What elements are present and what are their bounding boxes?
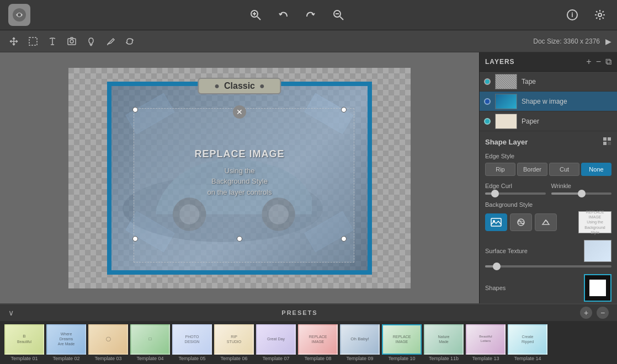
- layer-name-shape: Shape w image: [522, 98, 613, 105]
- edge-curl-thumb[interactable]: [491, 190, 499, 197]
- preset-item-12[interactable]: BeautifulLetters Template 13: [466, 324, 506, 361]
- presets-scroll[interactable]: BBeautiful Template 01 WhereDreamsAre Ma…: [0, 321, 617, 364]
- redo-button[interactable]: [302, 6, 320, 24]
- presets-collapse-button[interactable]: ∨: [8, 308, 14, 317]
- layer-thumb-shape: [495, 94, 517, 109]
- preset-item-3[interactable]: ◯ Template 03: [88, 324, 128, 361]
- edge-cut-button[interactable]: Cut: [549, 163, 579, 176]
- layer-tape[interactable]: Tape: [480, 72, 617, 92]
- preset-item-9[interactable]: Oh Baby! Template 09: [340, 324, 380, 361]
- surface-texture-section: Surface Texture: [485, 240, 611, 267]
- shapes-section: Shapes: [485, 274, 611, 302]
- panel-expand[interactable]: ▶: [605, 37, 611, 46]
- layer-visibility-tape[interactable]: [484, 78, 491, 85]
- pen-tool[interactable]: [102, 33, 119, 50]
- remove-preset-button[interactable]: −: [597, 307, 609, 319]
- canvas-content[interactable]: Classic: [102, 76, 377, 280]
- zoom-out-button[interactable]: [329, 6, 347, 24]
- text-tool[interactable]: [44, 33, 61, 50]
- preset-thumb-13: CreateRipped: [508, 324, 547, 355]
- wrinkle-thumb[interactable]: [578, 190, 586, 197]
- edge-curl-group: Edge Curl: [485, 183, 546, 195]
- handle-bottom-right[interactable]: [341, 236, 347, 242]
- preset-thumb-8: REPLACEIMAGE: [298, 324, 338, 355]
- layers-actions: + − ⧉: [586, 57, 611, 67]
- edge-none-button[interactable]: None: [581, 163, 611, 176]
- bg-solid-button[interactable]: [535, 213, 557, 231]
- preset-item-4[interactable]: □ Template 04: [130, 324, 170, 361]
- select-tool[interactable]: [25, 33, 41, 50]
- handle-top-right[interactable]: [341, 107, 347, 113]
- doc-size: Doc Size: 3360 x 2376: [533, 38, 600, 45]
- preset-item-10[interactable]: REPLACEIMAGE Template 10: [382, 324, 422, 361]
- handle-bottom-left[interactable]: [132, 236, 138, 242]
- photo-tool[interactable]: [63, 33, 80, 50]
- replace-main-text: REPLACE IMAGE: [194, 148, 284, 160]
- info-button[interactable]: i: [563, 6, 581, 24]
- toolbar-left: [8, 4, 30, 26]
- shape-layer-icon[interactable]: [603, 137, 611, 147]
- preset-item-1[interactable]: BBeautiful Template 01: [4, 324, 44, 361]
- preset-label-7: Template 07: [262, 356, 289, 361]
- surface-texture-slider[interactable]: [485, 265, 611, 267]
- surface-texture-thumb[interactable]: [493, 263, 501, 270]
- background-style-label: Background Style: [485, 201, 611, 208]
- preset-label-12: Template 13: [472, 356, 499, 361]
- preset-thumb-12: BeautifulLetters: [466, 324, 506, 355]
- sub-toolbar: Doc Size: 3360 x 2376 ▶: [0, 30, 617, 52]
- layer-shape[interactable]: Shape w image: [480, 92, 617, 111]
- edge-border-button[interactable]: Border: [517, 163, 547, 176]
- svg-text:i: i: [571, 11, 573, 19]
- lightbulb-tool[interactable]: [83, 33, 99, 50]
- toolbar-right: i: [563, 6, 609, 24]
- presets-panel: ∨ PRESETS + − BBeautiful Template 01 Whe…: [0, 303, 617, 364]
- preset-thumb-4: □: [130, 324, 170, 355]
- settings-button[interactable]: [591, 6, 609, 24]
- preset-thumb-10: REPLACEIMAGE: [382, 324, 422, 355]
- presets-title: PRESETS: [19, 309, 580, 316]
- preset-item-6[interactable]: RIP STUDIO Template 06: [214, 324, 254, 361]
- shapes-preview[interactable]: [584, 274, 611, 302]
- shape-layer-title: Shape Layer: [485, 138, 528, 146]
- bg-pattern-button[interactable]: [510, 213, 532, 231]
- handle-bottom-mid[interactable]: [237, 236, 242, 242]
- layer-visibility-shape[interactable]: [484, 98, 491, 105]
- layer-name-tape: Tape: [522, 78, 613, 85]
- bg-image-button[interactable]: [485, 213, 507, 231]
- bg-preview: REPLACE IMAGEUsing theBackground Style: [578, 211, 611, 233]
- preset-item-7[interactable]: Great Day Template 07: [256, 324, 296, 361]
- add-layer-button[interactable]: +: [586, 57, 591, 67]
- close-button[interactable]: ✕: [233, 105, 246, 119]
- sliders-row: Edge Curl Wrinkle: [485, 183, 611, 195]
- preset-item-11[interactable]: NatureMade Template 11b: [424, 324, 464, 361]
- preset-label-9: Template 09: [346, 356, 373, 361]
- preset-label-2: Template 02: [52, 356, 79, 361]
- edge-rip-button[interactable]: Rip: [485, 163, 515, 176]
- preset-item-2[interactable]: WhereDreamsAre Made Template 02: [46, 324, 86, 361]
- handle-top-left[interactable]: [132, 107, 138, 113]
- preset-thumb-9: Oh Baby!: [340, 324, 380, 355]
- preset-item-13[interactable]: CreateRipped Template 14: [508, 324, 547, 361]
- layer-visibility-paper[interactable]: [484, 118, 491, 125]
- remove-layer-button[interactable]: −: [596, 57, 601, 67]
- edge-curl-slider[interactable]: [485, 192, 546, 195]
- wrinkle-slider[interactable]: [551, 192, 612, 195]
- copy-layer-button[interactable]: ⧉: [605, 57, 611, 67]
- undo-button[interactable]: [274, 6, 292, 24]
- presets-header: ∨ PRESETS + −: [0, 304, 617, 321]
- zoom-in-button[interactable]: [247, 6, 264, 24]
- add-preset-button[interactable]: +: [580, 307, 592, 319]
- edge-style-label: Edge Style: [485, 153, 611, 159]
- move-tool[interactable]: [6, 33, 22, 50]
- canvas-area: Classic: [0, 52, 479, 303]
- preset-item-8[interactable]: REPLACEIMAGE Template 08: [298, 324, 338, 361]
- svg-rect-27: [608, 142, 611, 145]
- preset-thumb-11: NatureMade: [424, 324, 464, 355]
- preset-item-5[interactable]: PHOTODESIGN Template 05: [172, 324, 212, 361]
- preset-thumb-5: PHOTODESIGN: [172, 324, 212, 355]
- presets-actions: + −: [580, 307, 609, 319]
- rotate-tool[interactable]: [121, 33, 138, 50]
- preset-label-8: Template 08: [304, 356, 331, 361]
- svg-point-1: [18, 13, 21, 17]
- layer-paper[interactable]: Paper: [480, 111, 617, 131]
